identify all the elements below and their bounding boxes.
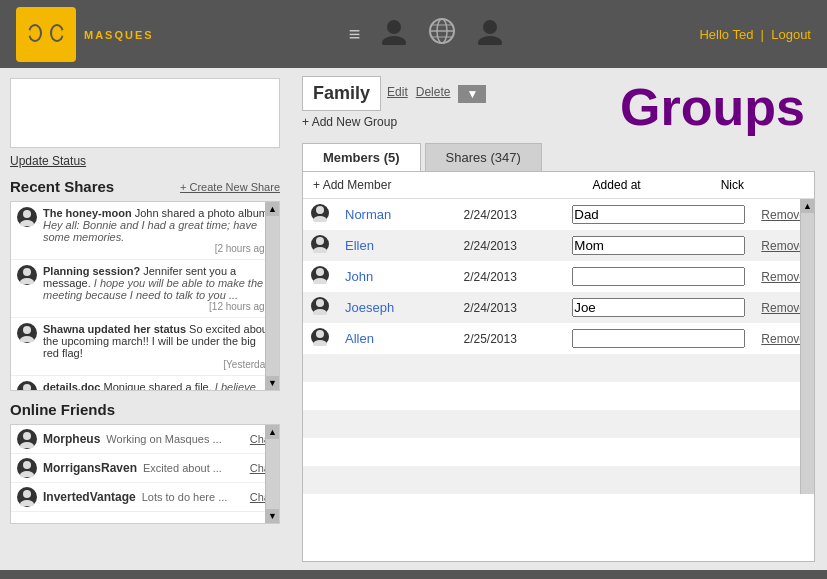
- member-nick-input[interactable]: [572, 298, 745, 317]
- member-name-cell: Joeseph: [337, 292, 455, 323]
- friend-name[interactable]: InvertedVantage: [43, 490, 136, 504]
- tabs-bar: Members (5) Shares (347): [302, 143, 815, 171]
- online-friends-section: Online Friends Morpheus Working on Masqu…: [10, 401, 280, 524]
- member-name-cell: Ellen: [337, 230, 455, 261]
- member-date-cell: 2/24/2013: [455, 261, 564, 292]
- table-row: John 2/24/2013 Remove: [303, 261, 814, 292]
- friend-item: Morpheus Working on Masques ... Chat: [11, 425, 279, 454]
- member-nick-cell: [564, 261, 753, 292]
- share-item[interactable]: Shawna updated her status So excited abo…: [11, 318, 279, 376]
- friends-scroll-down-btn[interactable]: ▼: [266, 509, 280, 523]
- svg-point-37: [313, 309, 327, 315]
- svg-point-26: [23, 461, 31, 469]
- member-avatar: [311, 328, 329, 346]
- sidebar: Update Status Recent Shares + Create New…: [0, 68, 290, 570]
- member-date-cell: 2/24/2013: [455, 199, 564, 230]
- scroll-up-btn[interactable]: ▲: [266, 202, 280, 216]
- group-selector: Family Edit Delete ▼: [302, 76, 486, 111]
- share-item[interactable]: Planning session? Jennifer sent you a me…: [11, 260, 279, 318]
- table-row: Joeseph 2/24/2013 Remove: [303, 292, 814, 323]
- svg-point-38: [316, 330, 324, 338]
- added-at-col-header: Added at: [593, 178, 641, 192]
- share-item[interactable]: The honey-moon John shared a photo album…: [11, 202, 279, 260]
- share-user: Shawna updated her status: [43, 323, 186, 335]
- share-avatar: [17, 265, 37, 285]
- recent-shares-title: Recent Shares: [10, 178, 114, 195]
- update-status-link[interactable]: Update Status: [10, 154, 280, 168]
- group-dropdown: Family: [302, 76, 381, 111]
- member-nick-input[interactable]: [572, 205, 745, 224]
- logo-text: MASQUES: [84, 27, 154, 41]
- member-name[interactable]: Norman: [345, 207, 391, 222]
- table-row-empty: [303, 354, 814, 382]
- member-name-cell: Norman: [337, 199, 455, 230]
- member-nick-input[interactable]: [572, 329, 745, 348]
- member-name[interactable]: Ellen: [345, 238, 374, 253]
- menu-icon[interactable]: ≡: [349, 23, 361, 46]
- svg-point-3: [30, 26, 40, 40]
- share-message: Hey all: Bonnie and I had a great time; …: [43, 219, 257, 243]
- add-member-link[interactable]: + Add Member: [313, 178, 391, 192]
- friend-item: MorrigansRaven Excited about ... Chat: [11, 454, 279, 483]
- edit-group-link[interactable]: Edit: [387, 85, 408, 103]
- greeting-text: Hello Ted: [699, 27, 753, 42]
- member-nick-cell: [564, 199, 753, 230]
- member-date-cell: 2/24/2013: [455, 292, 564, 323]
- member-date: 2/24/2013: [463, 239, 516, 253]
- svg-point-34: [316, 268, 324, 276]
- online-friends-title: Online Friends: [10, 401, 115, 418]
- header-icons: ≡: [349, 17, 505, 51]
- scroll-down-btn[interactable]: ▼: [266, 376, 280, 390]
- svg-point-16: [23, 210, 31, 218]
- friend-status: Working on Masques ...: [106, 433, 243, 445]
- delete-group-link[interactable]: Delete: [416, 85, 451, 103]
- svg-point-36: [316, 299, 324, 307]
- member-avatar-cell: [303, 292, 337, 323]
- member-avatar: [311, 266, 329, 284]
- member-nick-input[interactable]: [572, 267, 745, 286]
- member-name-cell: Allen: [337, 323, 455, 354]
- share-content: details.doc Monique shared a file. I bel…: [43, 381, 273, 391]
- friend-name[interactable]: MorrigansRaven: [43, 461, 137, 475]
- group-dropdown-arrow[interactable]: ▼: [458, 85, 486, 103]
- svg-point-31: [313, 216, 327, 222]
- tab-members[interactable]: Members (5): [302, 143, 421, 171]
- tab-shares[interactable]: Shares (347): [425, 143, 542, 171]
- status-input-box[interactable]: [10, 78, 280, 148]
- member-name[interactable]: John: [345, 269, 373, 284]
- member-name[interactable]: Allen: [345, 331, 374, 346]
- member-nick-input[interactable]: [572, 236, 745, 255]
- share-avatar: [17, 381, 37, 391]
- header: MASQUES ≡ Hello Ted | Logout: [0, 0, 827, 68]
- user-icon[interactable]: [476, 17, 504, 51]
- main-content: Family Edit Delete ▼ + Add New Group Gro…: [290, 68, 827, 570]
- friend-status: Lots to do here ...: [142, 491, 244, 503]
- table-row: Allen 2/25/2013 Remove: [303, 323, 814, 354]
- member-date-cell: 2/24/2013: [455, 230, 564, 261]
- recent-shares-header: Recent Shares + Create New Share: [10, 178, 280, 195]
- svg-point-20: [23, 326, 31, 334]
- svg-point-35: [313, 278, 327, 284]
- share-user: details.doc: [43, 381, 100, 391]
- friends-scroll-up-btn[interactable]: ▲: [266, 425, 280, 439]
- member-date: 2/25/2013: [463, 332, 516, 346]
- profile-icon[interactable]: [380, 17, 408, 51]
- svg-point-33: [313, 247, 327, 253]
- recent-shares-scrollbar[interactable]: ▲ ▼: [265, 202, 279, 390]
- logout-link[interactable]: Logout: [771, 27, 811, 42]
- members-toolbar: + Add Member Added at Nick: [303, 172, 814, 199]
- members-scroll-up-btn[interactable]: ▲: [801, 199, 815, 213]
- members-scrollbar[interactable]: ▲ ▼: [800, 199, 814, 494]
- member-date: 2/24/2013: [463, 301, 516, 315]
- friends-scrollbar[interactable]: ▲ ▼: [265, 425, 279, 523]
- share-content: Shawna updated her status So excited abo…: [43, 323, 273, 370]
- logo-area: MASQUES: [16, 7, 154, 62]
- table-row: Norman 2/24/2013 Remove: [303, 199, 814, 230]
- add-new-group-link[interactable]: + Add New Group: [302, 115, 486, 129]
- globe-icon[interactable]: [428, 17, 456, 51]
- share-content: Planning session? Jennifer sent you a me…: [43, 265, 273, 312]
- friend-name[interactable]: Morpheus: [43, 432, 100, 446]
- member-name[interactable]: Joeseph: [345, 300, 394, 315]
- create-new-share-link[interactable]: + Create New Share: [180, 181, 280, 193]
- share-item[interactable]: details.doc Monique shared a file. I bel…: [11, 376, 279, 391]
